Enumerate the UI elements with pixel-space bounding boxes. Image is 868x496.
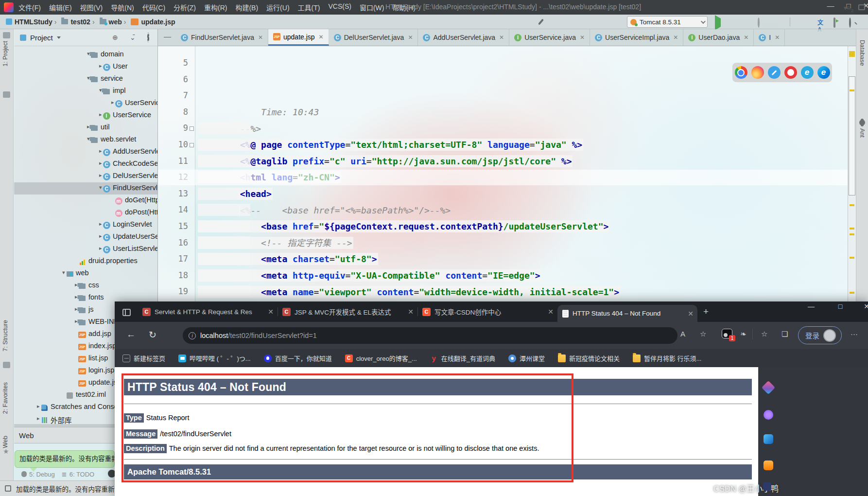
tree-arrow-icon[interactable]: ▸ [87, 124, 90, 130]
toolwindow-toggle-icon[interactable] [5, 485, 11, 492]
tree-item[interactable]: ▸ css [14, 280, 157, 292]
close-tab-icon[interactable]: ✕ [258, 34, 263, 41]
tree-arrow-icon[interactable]: ▸ [99, 172, 102, 178]
ie-icon[interactable]: e [801, 66, 814, 79]
locate-icon[interactable]: ⊕ [112, 35, 118, 41]
fold-marker-icon[interactable] [190, 126, 194, 131]
breadcrumb-item[interactable]: HTMLStudy [6, 18, 52, 26]
tree-arrow-icon[interactable]: ▾ [87, 136, 90, 142]
search-icon[interactable] [764, 434, 773, 444]
breadcrumb-item[interactable]: web [92, 18, 122, 26]
menu-item[interactable]: 导航(N) [111, 2, 134, 12]
back-icon[interactable]: ← [126, 329, 136, 340]
clipboard-icon[interactable] [3, 32, 10, 38]
tree-arrow-icon[interactable]: ▾ [99, 87, 102, 93]
add-favorite-icon[interactable]: ☆ [700, 330, 706, 338]
tree-item[interactable]: ▸ User [14, 61, 157, 73]
opera-icon[interactable] [784, 66, 797, 79]
tree-arrow-icon[interactable]: ▸ [37, 403, 40, 409]
edge-icon[interactable]: e [817, 66, 830, 79]
breadcrumb-item[interactable]: update.jsp [124, 18, 175, 26]
tab-workspaces-icon[interactable] [122, 309, 131, 316]
search-everywhere-icon[interactable] [849, 18, 851, 28]
editor-tab[interactable]: C I ✕ [754, 29, 785, 46]
site-info-icon[interactable]: i [189, 332, 196, 339]
breadcrumb-item[interactable]: test02 [54, 18, 90, 26]
tree-arrow-icon[interactable]: ▸ [99, 221, 102, 227]
folder-icon[interactable] [3, 91, 10, 98]
tool-strip-web[interactable]: Web [2, 436, 9, 448]
close-tab-icon[interactable]: ✕ [408, 308, 414, 316]
tree-item[interactable]: ▸ UserService [14, 109, 157, 122]
tree-item[interactable]: ▸ UpdateUserServlet [14, 231, 157, 243]
run-icon[interactable] [715, 15, 721, 30]
warning-stripe-mark[interactable] [850, 233, 854, 235]
firefox-icon[interactable] [751, 66, 764, 79]
tree-arrow-icon[interactable]: ▸ [75, 282, 78, 288]
close-tab-icon[interactable]: ✕ [673, 34, 678, 41]
menu-item[interactable]: 运行(U) [266, 2, 289, 12]
menu-item[interactable]: 代码(C) [142, 2, 165, 12]
discover-icon[interactable] [762, 381, 775, 394]
run-configuration-select[interactable]: Tomcat 8.5.31 [627, 16, 708, 28]
tree-item[interactable]: ▸ LoginServlet [14, 219, 157, 231]
tree-item[interactable]: ▾ web.servlet [14, 134, 157, 146]
warning-stripe-mark[interactable] [850, 228, 854, 230]
collections-icon[interactable]: ❧ [740, 330, 746, 338]
tool-strip-favorites[interactable]: 2: Favorites [2, 382, 9, 414]
close-tab-icon[interactable]: ✕ [548, 308, 554, 316]
menu-item[interactable]: 视图(V) [80, 2, 103, 12]
tree-item[interactable]: ▾ domain [14, 49, 157, 61]
close-tab-icon[interactable]: ✕ [688, 310, 694, 318]
tree-arrow-icon[interactable]: ▾ [87, 51, 90, 57]
tools-icon[interactable] [764, 461, 773, 470]
editor-tab[interactable]: C UserServiceImpl.java ✕ [590, 29, 683, 46]
tree-arrow-icon[interactable]: ▾ [87, 75, 90, 81]
new-tab-button[interactable]: + [703, 306, 709, 317]
warnings-indicator-icon[interactable] [849, 51, 855, 57]
tree-arrow-icon[interactable]: ▸ [37, 415, 40, 422]
browser-close-button[interactable]: ✕ [859, 302, 868, 310]
browser-maximize-button[interactable]: □ [833, 302, 848, 310]
blocks-icon[interactable] [3, 362, 10, 368]
browser-tab[interactable]: C 写文章-CSDN创作中心 ✕ [417, 301, 557, 322]
editor-tab[interactable]: C AddUserServlet.java ✕ [418, 29, 509, 46]
warning-stripe-mark[interactable] [850, 89, 854, 91]
safari-icon[interactable] [768, 66, 781, 79]
tree-arrow-icon[interactable]: ▸ [99, 148, 102, 154]
tree-item[interactable]: ▸ util [14, 122, 157, 134]
editor-tab[interactable]: C DelUserServlet.java ✕ [329, 29, 418, 46]
menu-item[interactable]: VCS(S) [328, 2, 351, 12]
bookmark-item[interactable]: 暂伴月将影 行乐须... [633, 354, 701, 363]
browser-minimize-button[interactable]: — [804, 302, 818, 310]
login-button[interactable]: 登录 [798, 326, 842, 344]
bookmark-item[interactable]: 潭州课堂 [508, 354, 545, 363]
tree-item[interactable]: ▸ UserServiceImpl [14, 97, 157, 109]
editor-tab[interactable]: I UserService.java ✕ [509, 29, 590, 46]
gear-icon[interactable] [147, 33, 149, 42]
tool-strip-structure[interactable]: 7: Structure [2, 320, 9, 352]
bookmark-item[interactable]: y 在线翻译_有道词典 [430, 354, 495, 363]
warning-stripe-mark[interactable] [850, 257, 854, 259]
close-tab-icon[interactable]: ✕ [580, 34, 585, 41]
tree-arrow-icon[interactable]: ▾ [62, 269, 65, 276]
tree-item[interactable]: ▸ DelUserServlet [14, 170, 157, 182]
run-anything-icon[interactable] [833, 18, 835, 28]
browser-tab[interactable]: C JSP & MVC开发模式 & EL表达式 ✕ [278, 301, 417, 322]
ide-minimize-button[interactable]: — [824, 1, 837, 10]
translate-icon[interactable]: 文A [817, 18, 823, 25]
tree-item[interactable]: druid.properties [14, 255, 157, 267]
tree-arrow-icon[interactable]: ▾ [99, 184, 102, 191]
tree-arrow-icon[interactable]: ▸ [75, 294, 78, 300]
bookmark-item[interactable]: 哔哩哔哩 ( ゜- ゜)つ... [178, 354, 251, 363]
close-tab-icon[interactable]: ✕ [268, 308, 274, 316]
refresh-icon[interactable]: ↻ [149, 329, 156, 340]
tree-arrow-icon[interactable]: ▸ [99, 160, 102, 166]
menu-item[interactable]: 文件(F) [18, 2, 41, 12]
profiler-icon[interactable] [758, 18, 760, 28]
tree-item[interactable]: ▾ impl [14, 85, 157, 97]
browser-essentials-icon[interactable] [722, 329, 732, 338]
tool-strip-ant[interactable]: Ant [859, 128, 866, 138]
editor-tab[interactable]: C FindUserServlet.java ✕ [176, 29, 268, 46]
tree-arrow-icon[interactable]: ▸ [99, 63, 102, 69]
